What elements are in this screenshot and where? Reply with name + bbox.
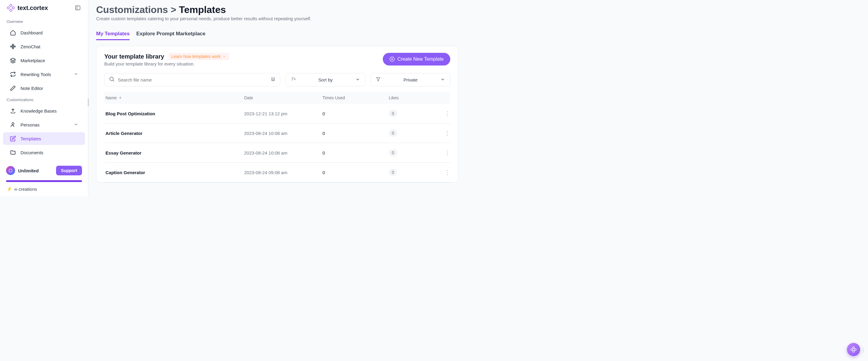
sidebar-item-personas[interactable]: Personas [3,118,85,131]
folder-icon [10,149,16,156]
row-times: 0 [322,150,389,156]
card-title-row: Your template library Learn how template… [104,53,229,60]
settings-icon[interactable] [270,76,276,83]
edit-icon [10,135,16,142]
row-times: 0 [322,131,389,136]
svg-point-13 [12,122,14,124]
table-row[interactable]: Article Generator 2023-08-24 10:08 am 0 … [104,123,450,143]
svg-point-18 [110,77,113,81]
sidebar-item-templates[interactable]: Templates [3,132,85,145]
svg-marker-11 [10,58,16,61]
usage-progress [6,180,82,182]
templates-table: Name Date Times Used Likes Blog Post Opt… [104,92,450,182]
svg-line-19 [113,80,114,82]
sort-icon [291,77,296,83]
row-date: 2023-12-21 13:12 pm [244,111,322,116]
sidebar-item-marketplace[interactable]: Marketplace [3,54,85,67]
creations-label: ∞ creations [14,187,37,192]
col-times-header[interactable]: Times Used [322,95,389,100]
filter-select[interactable]: Private [371,73,450,86]
sidebar-item-note-editor[interactable]: Note Editor [3,82,85,94]
brand-row: text.cortex [0,4,88,17]
user-icon [10,121,16,128]
card-header-left: Your template library Learn how template… [104,53,229,66]
table-header: Name Date Times Used Likes [104,92,450,104]
chevron-down-icon [440,77,445,83]
section-label-customizations: Customizations [0,95,88,104]
sidebar-item-knowledge-bases[interactable]: Knowledge Bases [3,105,85,117]
filter-label: Private [404,77,418,82]
sort-label: Sort by [318,77,333,82]
sidebar-item-documents[interactable]: Documents [3,146,85,159]
svg-point-23 [273,80,274,81]
row-name: Blog Post Optimization [105,111,244,116]
plan-label: Unlimited [18,168,38,173]
logo-icon [7,4,15,12]
collapse-sidebar-button[interactable] [74,4,82,11]
resize-handle[interactable] [88,99,89,106]
section-label-overview: Overview [0,17,88,26]
learn-link[interactable]: Learn how templates work → [168,53,229,60]
plus-circle-icon [390,56,395,62]
create-template-button[interactable]: Create New Template [383,53,450,65]
library-card: Your template library Learn how template… [96,46,458,183]
more-menu-button[interactable]: ⋮ [443,148,452,157]
library-subtitle: Build your template library for every si… [104,61,229,66]
sidebar: text.cortex Overview Dashboard ZenoChat … [0,0,88,196]
table-row[interactable]: Caption Generator 2023-08-24 09:08 am 0 … [104,163,450,182]
create-label: Create New Template [397,56,444,62]
nav-label: Personas [21,122,39,128]
svg-point-0 [10,4,12,6]
row-date: 2023-08-24 10:08 am [244,131,322,136]
nav-label: Rewriting Tools [21,72,51,77]
nav-label: Marketplace [21,58,45,63]
upload-icon [10,107,16,114]
filter-icon [376,77,381,83]
more-menu-button[interactable]: ⋮ [443,168,452,177]
brand-logo[interactable]: text.cortex [7,4,48,12]
pencil-icon [10,85,16,91]
nav-label: Note Editor [21,86,43,91]
col-name-header[interactable]: Name [105,95,244,100]
more-menu-button[interactable]: ⋮ [443,109,452,118]
search-box[interactable] [104,73,280,86]
chevron-down-icon [355,77,360,83]
sidebar-item-dashboard[interactable]: Dashboard [3,26,85,39]
col-likes-header[interactable]: Likes [389,95,443,100]
nav-label: Documents [21,150,43,155]
table-row[interactable]: Blog Post Optimization 2023-12-21 13:12 … [104,104,450,123]
search-input[interactable] [118,77,268,82]
sort-select[interactable]: Sort by [286,73,365,86]
more-menu-button[interactable]: ⋮ [443,129,452,138]
svg-point-10 [14,46,16,47]
layers-icon [10,57,16,64]
breadcrumb-current: Templates [179,4,226,15]
svg-marker-28 [376,78,380,81]
bolt-icon: ⚡ [7,186,12,192]
row-name: Article Generator [105,131,244,136]
nav-label: Knowledge Bases [21,108,57,113]
tab-explore-marketplace[interactable]: Explore Prompt Marketplace [136,28,206,40]
svg-point-3 [12,7,14,9]
tab-my-templates[interactable]: My Templates [96,28,130,40]
svg-point-7 [12,44,13,45]
page-breadcrumb: Customizations > Templates [96,4,458,16]
flower-icon [10,43,16,50]
sidebar-item-zenochat[interactable]: ZenoChat [3,40,85,53]
row-times: 0 [322,170,389,175]
support-button[interactable]: Support [56,166,82,175]
nav-label: Dashboard [21,30,42,35]
sidebar-bottom: Unlimited Support ⚡ ∞ creations [0,163,88,193]
page-subtitle: Create custom templates catering to your… [96,16,458,21]
col-date-header[interactable]: Date [244,95,322,100]
row-likes: 0 [389,130,443,137]
table-row[interactable]: Essay Generator 2023-08-24 10:08 am 0 0 … [104,143,450,163]
library-title: Your template library [104,53,164,60]
svg-point-9 [10,46,12,47]
nav-label: Templates [21,136,41,141]
plan-badge-icon [6,166,15,175]
row-name: Caption Generator [105,170,244,175]
breadcrumb-prefix: Customizations > [96,4,176,15]
sidebar-item-rewriting-tools[interactable]: Rewriting Tools [3,68,85,81]
chevron-down-icon [73,72,79,77]
